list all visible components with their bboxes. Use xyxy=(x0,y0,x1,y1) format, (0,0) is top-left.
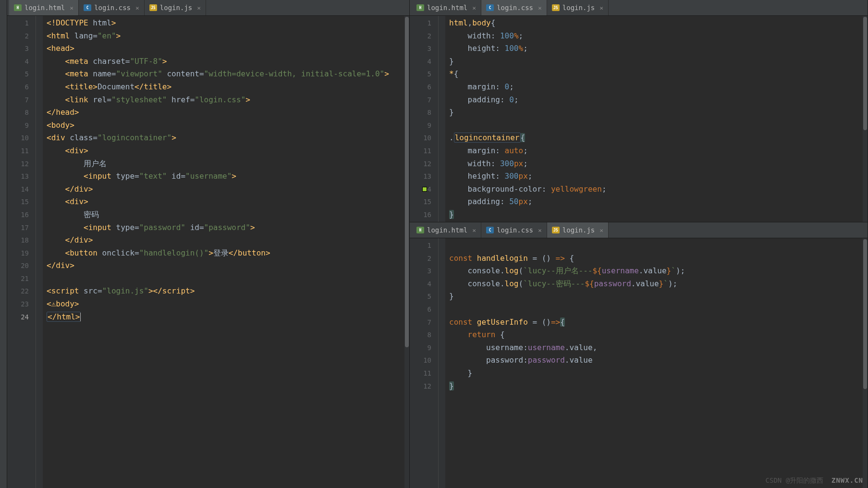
code-line[interactable]: margin: auto; xyxy=(449,145,863,158)
fold-marker[interactable] xyxy=(36,68,43,81)
line-number[interactable]: 12 xyxy=(7,158,36,171)
fold-marker[interactable] xyxy=(439,119,445,132)
fold-marker[interactable] xyxy=(439,265,445,278)
code-line[interactable]: <title>Document</title> xyxy=(47,81,404,94)
line-number[interactable]: 4 xyxy=(7,55,36,68)
code-line[interactable]: </html> xyxy=(47,311,404,324)
scrollbar[interactable] xyxy=(863,238,868,488)
code-line[interactable]: <meta name="viewport" content="width=dev… xyxy=(47,68,404,81)
code-line[interactable]: padding: 0; xyxy=(449,94,863,107)
code-line[interactable]: </div> xyxy=(47,234,404,247)
editor-right-bottom[interactable]: 123456789101112 const handlelogin = () =… xyxy=(410,238,868,488)
fold-marker[interactable] xyxy=(36,311,43,324)
close-icon[interactable]: × xyxy=(472,4,476,12)
line-number[interactable]: 10 xyxy=(410,354,438,367)
fold-marker[interactable] xyxy=(439,30,445,43)
line-number[interactable]: 15 xyxy=(410,195,438,208)
fold-marker[interactable] xyxy=(439,278,445,291)
line-number[interactable]: 11 xyxy=(410,367,438,380)
code-line[interactable]: <div> xyxy=(47,145,404,158)
tab-login-css[interactable]: Clogin.css× xyxy=(79,0,145,15)
code-line[interactable]: password:password.value xyxy=(449,354,863,367)
fold-marker[interactable] xyxy=(36,247,43,260)
fold-marker[interactable] xyxy=(36,272,43,285)
line-number[interactable]: 1 xyxy=(410,17,438,30)
fold-column[interactable] xyxy=(36,16,43,488)
code-line[interactable]: <link rel="stylesheet" href="login.css"> xyxy=(47,94,404,107)
code-line[interactable]: <meta charset="UTF-8"> xyxy=(47,55,404,68)
line-number[interactable]: 14 xyxy=(7,183,36,196)
code-line[interactable]: } xyxy=(449,380,863,393)
scroll-thumb[interactable] xyxy=(863,239,867,389)
code-line[interactable]: } xyxy=(449,55,863,68)
code-line[interactable]: html,body{ xyxy=(449,17,863,30)
code-area[interactable]: <!DOCTYPE html><html lang="en"><head> <m… xyxy=(43,16,404,488)
fold-marker[interactable] xyxy=(439,132,445,145)
fold-marker[interactable] xyxy=(439,145,445,158)
code-line[interactable]: margin: 0; xyxy=(449,81,863,94)
fold-marker[interactable] xyxy=(439,329,445,342)
fold-marker[interactable] xyxy=(439,367,445,380)
line-gutter[interactable]: 123456789101112 xyxy=(410,238,439,488)
code-line[interactable]: background-color: yellowgreen; xyxy=(449,183,863,196)
line-number[interactable]: 15 xyxy=(7,195,36,208)
fold-marker[interactable] xyxy=(439,303,445,316)
fold-marker[interactable] xyxy=(36,132,43,145)
code-area[interactable]: const handlelogin = () => { console.log(… xyxy=(445,238,863,488)
fold-marker[interactable] xyxy=(36,183,43,196)
close-icon[interactable]: × xyxy=(538,227,542,234)
line-number[interactable]: 8 xyxy=(410,106,438,119)
line-number[interactable]: 12 xyxy=(410,380,438,393)
code-line[interactable]: </head> xyxy=(47,106,404,119)
code-line[interactable]: const handlelogin = () => { xyxy=(449,252,863,265)
fold-marker[interactable] xyxy=(439,290,445,303)
fold-marker[interactable] xyxy=(439,106,445,119)
line-number[interactable]: 9 xyxy=(410,342,438,354)
code-line[interactable]: } xyxy=(449,208,863,221)
code-line[interactable]: </div> xyxy=(47,183,404,196)
fold-marker[interactable] xyxy=(36,55,43,68)
line-number[interactable]: 2 xyxy=(410,252,438,265)
line-number[interactable]: 8 xyxy=(7,106,36,119)
fold-column[interactable] xyxy=(439,16,445,222)
code-line[interactable]: } xyxy=(449,290,863,303)
close-icon[interactable]: × xyxy=(599,227,603,234)
code-line[interactable]: </div> xyxy=(47,259,404,272)
code-line[interactable]: <input type="password" id="password"> xyxy=(47,221,404,234)
line-number[interactable]: 7 xyxy=(410,94,438,107)
code-line[interactable]: <script src="login.js"></script> xyxy=(47,285,404,298)
close-icon[interactable]: × xyxy=(599,4,603,12)
code-line[interactable]: console.log(`lucy--密码---${password.value… xyxy=(449,278,863,291)
line-number[interactable]: 13 xyxy=(7,170,36,183)
fold-marker[interactable] xyxy=(36,94,43,107)
line-number[interactable]: 21 xyxy=(7,272,36,285)
fold-marker[interactable] xyxy=(439,354,445,367)
line-number[interactable]: 13 xyxy=(410,170,438,183)
fold-marker[interactable] xyxy=(439,158,445,171)
scroll-thumb[interactable] xyxy=(863,17,867,130)
fold-marker[interactable] xyxy=(36,298,43,311)
fold-marker[interactable] xyxy=(439,42,445,55)
code-line[interactable]: console.log(`lucy--用户名---${username.valu… xyxy=(449,265,863,278)
code-line[interactable]: } xyxy=(449,106,863,119)
code-line[interactable]: <div class="logincontainer"> xyxy=(47,132,404,145)
line-number[interactable]: 2 xyxy=(410,30,438,43)
code-line[interactable]: const getUserInfo = ()=>{ xyxy=(449,316,863,329)
line-number[interactable]: 9 xyxy=(7,119,36,132)
code-line[interactable]: width: 300px; xyxy=(449,158,863,171)
tab-login-js[interactable]: JSlogin.js× xyxy=(547,0,609,15)
code-line[interactable] xyxy=(449,239,863,252)
fold-marker[interactable] xyxy=(439,183,445,196)
line-number[interactable]: 22 xyxy=(7,285,36,298)
line-number[interactable]: 1 xyxy=(7,17,36,30)
code-line[interactable]: <input type="text" id="username"> xyxy=(47,170,404,183)
fold-marker[interactable] xyxy=(439,17,445,30)
line-number[interactable]: 6 xyxy=(410,81,438,94)
fold-marker[interactable] xyxy=(36,145,43,158)
code-line[interactable]: return { xyxy=(449,329,863,342)
close-icon[interactable]: × xyxy=(135,4,139,12)
line-number[interactable]: 16 xyxy=(410,208,438,221)
code-line[interactable]: <button onclick="handlelogin()">登录</butt… xyxy=(47,247,404,260)
fold-marker[interactable] xyxy=(36,195,43,208)
fold-marker[interactable] xyxy=(36,208,43,221)
